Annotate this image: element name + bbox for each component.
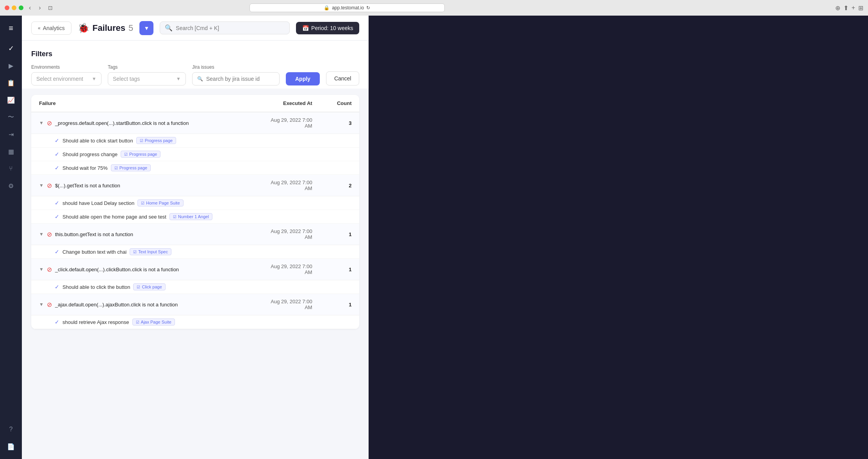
search-input[interactable]	[176, 25, 285, 31]
environment-select[interactable]: Select environment ▼	[31, 72, 102, 85]
jira-filter: Jira issues 🔍	[192, 64, 280, 85]
sidebar-menu-button[interactable]: ≡	[3, 20, 19, 36]
collapse-button[interactable]: ▼	[39, 302, 44, 307]
tag-icon: ☑	[133, 250, 137, 254]
failure-text: this.button.getText is not a function	[55, 231, 133, 237]
reload-icon[interactable]: ↻	[366, 5, 370, 11]
tag-badge[interactable]: ☑ Progress page	[136, 137, 176, 144]
table-row: ▼ ⊘ _progress.default.open(...).startBut…	[31, 112, 359, 134]
sidebar-item-import[interactable]: ⇥	[3, 126, 19, 142]
sub-test-name: Change button text with chai	[62, 249, 127, 255]
address-bar[interactable]: 🔒 app.testomat.io ↻	[250, 4, 445, 12]
cancel-button[interactable]: Cancel	[326, 71, 360, 85]
filters-section: Filters Environments Select environment …	[22, 41, 369, 89]
check-icon: ✓	[55, 137, 59, 144]
error-icon: ⊘	[47, 182, 52, 189]
tag-badge[interactable]: ☑ Progress page	[111, 164, 151, 171]
failures-icon: 🐞	[78, 23, 89, 34]
new-tab-icon[interactable]: +	[852, 4, 855, 12]
sub-test-name: Should able open the home page and see t…	[62, 214, 166, 220]
filters-title: Filters	[31, 50, 359, 58]
tag-badge[interactable]: ☑ Number 1 Angel	[169, 213, 212, 220]
analytics-label: Analytics	[43, 25, 65, 31]
collapse-button[interactable]: ▼	[39, 231, 44, 237]
sidebar-item-runs[interactable]: ▶	[3, 58, 19, 73]
sub-cell: ✓ Should wait for 75% ☑ Progress page	[31, 161, 359, 175]
filter-button[interactable]: ▼	[139, 21, 153, 35]
sidebar-item-help[interactable]: ?	[3, 422, 19, 437]
check-icon: ✓	[55, 151, 59, 157]
sidebar-item-tests[interactable]: ✓	[3, 41, 19, 56]
tag-icon: ☑	[114, 166, 118, 170]
tags-select[interactable]: Select tags ▼	[108, 72, 186, 85]
sidebar-item-pulse[interactable]: 〜	[3, 109, 19, 125]
tag-badge[interactable]: ☑ Text Input Spec	[130, 248, 171, 255]
tag-badge[interactable]: ☑ Home Page Suite	[137, 199, 183, 206]
sidebar-item-charts[interactable]: ▦	[3, 144, 19, 159]
check-icon: ✓	[55, 200, 59, 206]
environments-label: Environments	[31, 64, 102, 70]
jira-search-icon: 🔍	[197, 76, 203, 82]
sidebar-item-plans[interactable]: 📋	[3, 75, 19, 91]
sub-test-name: Should wait for 75%	[62, 165, 108, 171]
docs-icon: 📄	[7, 443, 15, 450]
tag-badge[interactable]: ☑ Click page	[133, 283, 165, 290]
sidebar-item-branches[interactable]: ⑂	[3, 161, 19, 176]
chart-icon: ▦	[8, 148, 14, 155]
failure-cell: ▼ ⊘ _ajax.default.open(...).ajaxButton.c…	[31, 294, 261, 315]
sub-test-name: Should able to click the button	[62, 284, 130, 290]
apply-button[interactable]: Apply	[286, 72, 320, 85]
tags-filter: Tags Select tags ▼	[108, 64, 186, 85]
back-button[interactable]: ‹	[27, 4, 33, 12]
sidebar-item-docs[interactable]: 📄	[3, 439, 19, 454]
tag-icon: ☑	[136, 320, 139, 324]
tag-text: Ajax Page Suite	[141, 320, 171, 324]
sub-row: ✓ Should able to click the button ☑ Clic…	[31, 280, 359, 294]
jira-search-input[interactable]	[206, 76, 274, 82]
sidebar-item-settings[interactable]: ⚙	[3, 178, 19, 194]
executed-at-cell: Aug 29, 2022 7:00 AM	[261, 175, 320, 196]
forward-button[interactable]: ›	[36, 4, 43, 12]
tag-text: Click page	[142, 285, 162, 289]
collapse-button[interactable]: ▼	[39, 120, 44, 126]
check-icon: ✓	[55, 213, 59, 220]
url-text: app.testomat.io	[332, 5, 364, 11]
close-traffic-light[interactable]	[5, 5, 9, 10]
failures-table: Failure Executed At Count ▼ ⊘ _progress.…	[31, 95, 359, 329]
sub-test-name: Should progress change	[62, 151, 118, 157]
tags-select-value: Select tags	[113, 76, 140, 82]
sidebar-item-analytics[interactable]: 📈	[3, 92, 19, 108]
collapse-button[interactable]: ▼	[39, 267, 44, 272]
executed-at-cell: Aug 29, 2022 7:00 AM	[261, 259, 320, 280]
jira-search[interactable]: 🔍	[192, 72, 280, 85]
branch-icon: ⑂	[9, 165, 13, 172]
tag-icon: ☑	[137, 285, 140, 289]
tabs-icon[interactable]: ⊞	[858, 4, 863, 12]
sub-row: ✓ Change button text with chai ☑ Text In…	[31, 245, 359, 259]
failure-text: _progress.default.open(...).startButton.…	[55, 120, 189, 126]
minimize-traffic-light[interactable]	[12, 5, 16, 10]
sidebar-toggle-button[interactable]: ⊡	[48, 5, 53, 11]
period-button[interactable]: 📅 Period: 10 weeks	[296, 22, 359, 34]
tag-badge[interactable]: ☑ Progress page	[121, 151, 161, 158]
count-column-header: Count	[320, 95, 360, 112]
play-icon: ▶	[9, 62, 13, 69]
check-icon: ✓	[8, 44, 14, 53]
executed-at-cell: Aug 29, 2022 7:00 AM	[261, 294, 320, 315]
table-header: Failure Executed At Count	[31, 95, 359, 112]
count-cell: 2	[320, 175, 360, 196]
count-cell: 1	[320, 259, 360, 280]
share-icon[interactable]: ⬆	[843, 4, 848, 12]
tag-text: Progress page	[129, 152, 157, 157]
failure-cell: ▼ ⊘ this.button.getText is not a functio…	[31, 224, 261, 245]
maximize-traffic-light[interactable]	[19, 5, 23, 10]
search-bar[interactable]: 🔍	[160, 21, 290, 34]
count-cell: 1	[320, 224, 360, 245]
app: ≡ ✓ ▶ 📋 📈 〜 ⇥ ▦ ⑂ ⚙ ?	[0, 0, 369, 459]
analytics-button[interactable]: « Analytics	[31, 21, 71, 35]
tag-badge[interactable]: ☑ Ajax Page Suite	[132, 318, 175, 326]
bookmark-icon[interactable]: ⊕	[835, 4, 840, 12]
collapse-button[interactable]: ▼	[39, 183, 44, 188]
failure-column-header: Failure	[31, 95, 261, 112]
tags-label: Tags	[108, 64, 186, 70]
